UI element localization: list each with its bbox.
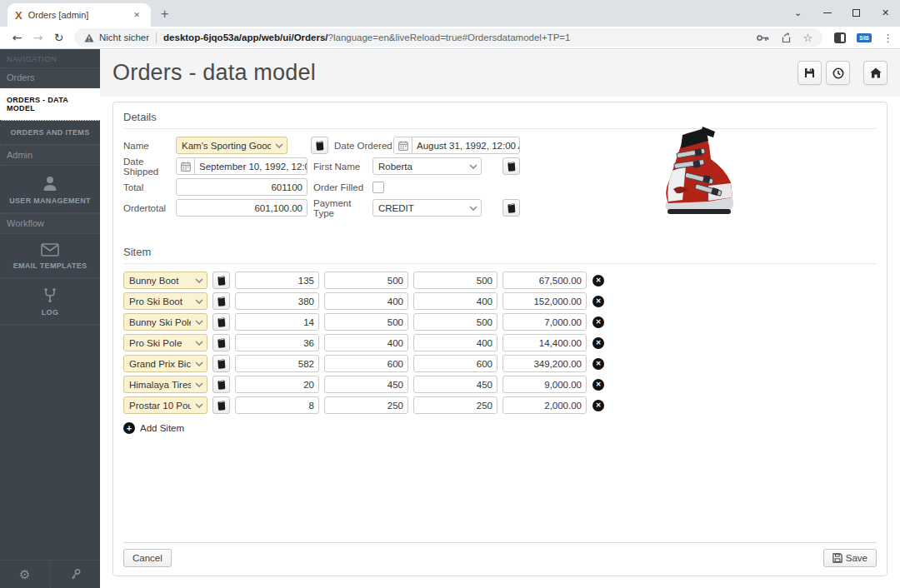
- sitem-product-select[interactable]: Grand Prix Bicy: [123, 355, 208, 372]
- gear-icon: ⚙: [19, 567, 30, 582]
- sitem-product-select[interactable]: Prostar 10 Pour: [123, 396, 208, 414]
- sidebar-item-user-management[interactable]: USER MANAGEMENT: [0, 166, 100, 213]
- extension-badge[interactable]: SIB: [857, 33, 872, 42]
- sitem-row: Bunny Boot ✕: [123, 272, 877, 289]
- ordertotal-input[interactable]: [176, 199, 308, 217]
- sitem-total-input[interactable]: [502, 272, 587, 289]
- first-name-select[interactable]: Roberta: [372, 157, 482, 175]
- sitem-price-input[interactable]: [413, 292, 498, 310]
- sitem-lookup-button[interactable]: [212, 313, 230, 331]
- sitem-price-input[interactable]: [413, 334, 498, 351]
- order-filled-checkbox[interactable]: [372, 182, 384, 193]
- calendar-icon[interactable]: [177, 158, 195, 174]
- sitem-unit-input[interactable]: [324, 272, 408, 289]
- sidebar-section-admin[interactable]: Admin: [0, 145, 100, 166]
- add-sitem-button[interactable]: + Add Sitem: [123, 422, 877, 434]
- address-input[interactable]: Nicht sicher desktop-6jqo53a/app/web/ui/…: [74, 28, 822, 47]
- sidebar-item-email-templates[interactable]: EMAIL TEMPLATES: [0, 234, 100, 278]
- total-input[interactable]: [176, 178, 308, 196]
- sitem-product-select[interactable]: Himalaya Tires: [123, 376, 208, 393]
- book-icon: [507, 162, 516, 172]
- sitem-price-input[interactable]: [413, 396, 498, 414]
- delete-row-icon[interactable]: ✕: [592, 358, 604, 370]
- refresh-icon[interactable]: ↻: [48, 31, 69, 44]
- browser-tab[interactable]: X Orders [admin] ✕: [8, 3, 151, 27]
- name-lookup-button[interactable]: [311, 137, 328, 154]
- back-icon[interactable]: ←: [7, 31, 28, 44]
- tab-close-icon[interactable]: ✕: [130, 9, 143, 21]
- sitem-unit-input[interactable]: [324, 334, 408, 351]
- sitem-unit-input[interactable]: [324, 396, 408, 414]
- sitem-qty-input[interactable]: [235, 272, 319, 289]
- date-ordered-input[interactable]: August 31, 1992, 12:00 AM: [393, 137, 520, 154]
- sitem-lookup-button[interactable]: [212, 376, 230, 393]
- payment-type-lookup-button[interactable]: [502, 199, 520, 217]
- sitem-unit-input[interactable]: [324, 313, 408, 331]
- sitem-total-input[interactable]: [502, 396, 587, 414]
- delete-row-icon[interactable]: ✕: [592, 316, 604, 328]
- sitem-qty-input[interactable]: [235, 376, 319, 393]
- sitem-price-input[interactable]: [413, 313, 498, 331]
- sitem-qty-input[interactable]: [235, 292, 319, 310]
- browser-menu-icon[interactable]: ⋮: [882, 32, 893, 44]
- payment-type-select[interactable]: CREDIT: [372, 199, 482, 217]
- share-icon[interactable]: [781, 32, 792, 43]
- delete-row-icon[interactable]: ✕: [592, 275, 604, 287]
- sitem-qty-input[interactable]: [235, 396, 319, 414]
- home-toolbar-button[interactable]: [863, 61, 888, 85]
- delete-row-icon[interactable]: ✕: [592, 400, 604, 411]
- sitem-product-select[interactable]: Bunny Ski Pole: [123, 313, 208, 331]
- first-name-lookup-button[interactable]: [502, 157, 520, 175]
- sitem-lookup-button[interactable]: [212, 334, 230, 351]
- sitem-product-select[interactable]: Bunny Boot: [123, 272, 208, 289]
- sidebar-item-log[interactable]: LOG: [0, 278, 100, 325]
- side-panel-icon[interactable]: [834, 32, 846, 43]
- settings-button[interactable]: ⚙: [0, 561, 50, 588]
- sitem-price-input[interactable]: [413, 272, 498, 289]
- save-button[interactable]: Save: [823, 549, 877, 567]
- date-shipped-input[interactable]: September 10, 1992, 12:00: [176, 157, 308, 175]
- forward-icon[interactable]: →: [28, 31, 48, 44]
- sidebar-section-workflow[interactable]: Workflow: [0, 213, 100, 234]
- name-select[interactable]: Kam's Sporting Goods: [176, 137, 288, 154]
- sidebar-item-label: EMAIL TEMPLATES: [13, 262, 88, 270]
- new-tab-button[interactable]: +: [161, 7, 168, 22]
- sitem-product-select[interactable]: Pro Ski Pole: [123, 334, 208, 351]
- maximize-button[interactable]: [842, 0, 871, 25]
- sitem-total-input[interactable]: [502, 355, 587, 372]
- sitem-lookup-button[interactable]: [212, 272, 230, 289]
- sitem-price-input[interactable]: [413, 355, 498, 372]
- delete-row-icon[interactable]: ✕: [592, 379, 604, 391]
- sitem-total-input[interactable]: [502, 292, 587, 310]
- book-icon: [217, 380, 226, 390]
- sitem-total-input[interactable]: [502, 376, 587, 393]
- sitem-total-input[interactable]: [502, 334, 587, 351]
- sitem-qty-input[interactable]: [235, 334, 319, 351]
- sitem-lookup-button[interactable]: [212, 396, 230, 414]
- cancel-button[interactable]: Cancel: [123, 549, 172, 567]
- sitem-unit-input[interactable]: [324, 292, 408, 310]
- minimize-button[interactable]: [812, 0, 842, 25]
- delete-row-icon[interactable]: ✕: [592, 337, 604, 349]
- sitem-lookup-button[interactable]: [212, 355, 230, 372]
- bookmark-star-icon[interactable]: ☆: [803, 32, 813, 44]
- sidebar-section-orders[interactable]: Orders: [0, 67, 100, 88]
- sidebar-item-orders-data-model[interactable]: ORDERS - DATA MODEL: [0, 88, 100, 121]
- delete-row-icon[interactable]: ✕: [592, 296, 604, 307]
- sitem-price-input[interactable]: [413, 376, 498, 393]
- calendar-icon[interactable]: [394, 137, 412, 153]
- sitem-unit-input[interactable]: [324, 355, 408, 372]
- sitem-product-select[interactable]: Pro Ski Boot: [123, 292, 208, 310]
- tab-search-icon[interactable]: ⌄: [783, 0, 812, 25]
- revert-toolbar-button[interactable]: [826, 61, 850, 85]
- sitem-lookup-button[interactable]: [212, 292, 230, 310]
- access-key-button[interactable]: [50, 561, 101, 588]
- sidebar-item-orders-and-items[interactable]: ORDERS AND ITEMS: [0, 121, 100, 145]
- sitem-qty-input[interactable]: [235, 355, 319, 372]
- sitem-unit-input[interactable]: [324, 376, 408, 393]
- password-key-icon[interactable]: [757, 34, 769, 42]
- sitem-total-input[interactable]: [502, 313, 587, 331]
- close-button[interactable]: ✕: [871, 0, 900, 25]
- save-toolbar-button[interactable]: [798, 61, 822, 85]
- sitem-qty-input[interactable]: [235, 313, 319, 331]
